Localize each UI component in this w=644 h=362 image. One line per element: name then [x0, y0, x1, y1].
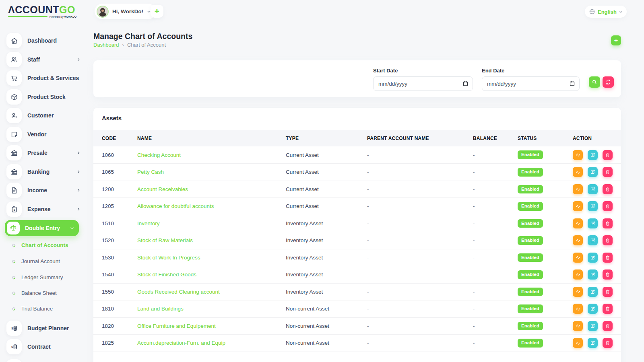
delete-button[interactable]	[603, 150, 613, 160]
sidebar-item-banking[interactable]: Banking	[6, 164, 84, 179]
transactions-button[interactable]	[573, 150, 583, 160]
transactions-button[interactable]	[573, 235, 583, 245]
search-icon	[592, 79, 597, 85]
sidebar-item-expense[interactable]: $ Expense	[6, 202, 84, 217]
transactions-button[interactable]	[573, 253, 583, 263]
delete-button[interactable]	[603, 338, 613, 348]
sidebar-item-product-services[interactable]: Product & Services	[6, 70, 84, 86]
delete-button[interactable]	[603, 321, 613, 331]
edit-button[interactable]	[588, 201, 598, 211]
account-name-link[interactable]: Goods Received Clearing account	[137, 289, 220, 295]
quick-add-button[interactable]: +	[151, 5, 163, 18]
transactions-button[interactable]	[573, 184, 583, 194]
account-name-link[interactable]: Office Furniture and Equipement	[137, 323, 216, 329]
status-badge: Enabled	[518, 322, 543, 331]
delete-button[interactable]	[603, 235, 613, 245]
cart-icon	[6, 70, 22, 86]
account-name-link[interactable]: Stock of Work In Progress	[137, 255, 200, 261]
trash-icon	[605, 204, 610, 209]
sidebar-item-partial[interactable]	[6, 359, 84, 362]
transactions-button[interactable]	[573, 218, 583, 228]
transactions-button[interactable]	[573, 304, 583, 314]
delete-button[interactable]	[603, 218, 613, 228]
sidebar-item-customer[interactable]: Customer	[6, 108, 84, 123]
edit-button[interactable]	[588, 338, 598, 348]
edit-button[interactable]	[588, 269, 598, 280]
edit-button[interactable]	[588, 184, 598, 194]
parent-account-name: -	[359, 283, 464, 300]
account-type: Inventory Asset	[277, 232, 359, 249]
sidebar-item-double-entry[interactable]: Double Entry	[5, 220, 79, 236]
reset-button[interactable]	[603, 76, 614, 88]
edit-button[interactable]	[588, 287, 598, 297]
user-menu[interactable]: Hi, WorkDo!	[95, 4, 156, 19]
bullet-icon	[11, 243, 16, 247]
edit-button[interactable]	[588, 167, 598, 177]
status-badge: Enabled	[518, 270, 543, 279]
edit-button[interactable]	[588, 218, 598, 228]
breadcrumb-dashboard-link[interactable]: Dashboard	[93, 42, 119, 48]
delete-button[interactable]	[603, 167, 613, 177]
account-name-link[interactable]: Inventory	[137, 220, 160, 226]
account-name-link[interactable]: Stock of Raw Materials	[137, 237, 193, 243]
account-name-link[interactable]: Account Receivables	[137, 186, 188, 192]
edit-button[interactable]	[588, 321, 598, 331]
edit-button[interactable]	[588, 150, 598, 160]
parent-account-name: -	[359, 146, 464, 164]
create-account-button[interactable]: +	[611, 35, 621, 45]
sidebar-item-income[interactable]: Income	[6, 183, 84, 198]
sidebar-item-presale[interactable]: Presale	[6, 145, 84, 160]
sidebar-subitem-trial-balance[interactable]: Trial Balance	[12, 306, 84, 312]
transactions-button[interactable]	[573, 321, 583, 331]
edit-button[interactable]	[588, 235, 598, 245]
sidebar-subitem-ledger-summary[interactable]: Ledger Summary	[12, 274, 84, 280]
sidebar-item-staff[interactable]: Staff	[6, 52, 84, 67]
sidebar-item-product-stock[interactable]: Product Stock	[6, 89, 84, 105]
end-date-input[interactable]	[482, 76, 580, 91]
sidebar-item-budget-planner[interactable]: $ Budget Planner	[6, 321, 84, 336]
delete-button[interactable]	[603, 184, 613, 194]
transactions-button[interactable]	[573, 287, 583, 297]
search-button[interactable]	[589, 76, 600, 88]
app-logo[interactable]: ΛCCOUNTGO Powered By WORKDO	[8, 4, 76, 18]
pulse-icon	[575, 238, 581, 243]
edit-icon	[590, 187, 595, 192]
start-date-input[interactable]	[373, 76, 473, 91]
account-balance: -	[464, 215, 509, 232]
account-type: Current Asset	[277, 164, 359, 181]
account-name-link[interactable]: Petty Cash	[137, 169, 164, 175]
status-badge: Enabled	[518, 202, 543, 211]
account-name-link[interactable]: Stock of Finished Goods	[137, 272, 196, 278]
delete-button[interactable]	[603, 201, 613, 211]
account-name-link[interactable]: Allowance for doubtful accounts	[137, 203, 214, 209]
edit-icon	[590, 340, 595, 346]
edit-button[interactable]	[588, 304, 598, 314]
account-code: 1550	[93, 283, 129, 300]
transactions-button[interactable]	[573, 201, 583, 211]
sidebar-subitem-journal-account[interactable]: Journal Account	[12, 258, 84, 264]
transactions-button[interactable]	[573, 167, 583, 177]
table-row: 1200 Account Receivables Current Asset -…	[93, 181, 621, 198]
status-badge: Enabled	[518, 304, 543, 313]
pulse-icon	[575, 152, 581, 158]
filter-card: Start Date End Date	[93, 60, 621, 97]
language-selector[interactable]: English	[585, 6, 627, 18]
transactions-button[interactable]	[573, 338, 583, 348]
pulse-icon	[575, 255, 581, 260]
delete-button[interactable]	[603, 287, 613, 297]
delete-button[interactable]	[603, 253, 613, 263]
account-name-link[interactable]: Accum.depreciation-Furn. and Equip	[137, 340, 225, 346]
account-name-link[interactable]: Land and Buildings	[137, 306, 184, 312]
delete-button[interactable]	[603, 269, 613, 280]
page-title: Manage Chart of Accounts	[93, 32, 192, 41]
bullet-icon	[11, 291, 16, 295]
sidebar-item-contract[interactable]: $ Contract	[6, 339, 84, 354]
sidebar-item-vendor[interactable]: Vendor	[6, 127, 84, 142]
transactions-button[interactable]	[573, 269, 583, 280]
account-name-link[interactable]: Checking Account	[137, 152, 181, 158]
sidebar-subitem-balance-sheet[interactable]: Balance Sheet	[12, 290, 84, 296]
edit-button[interactable]	[588, 253, 598, 263]
sidebar-subitem-chart-of-accounts[interactable]: Chart of Accounts	[12, 242, 84, 248]
delete-button[interactable]	[603, 304, 613, 314]
sidebar-item-dashboard[interactable]: Dashboard	[6, 33, 84, 48]
